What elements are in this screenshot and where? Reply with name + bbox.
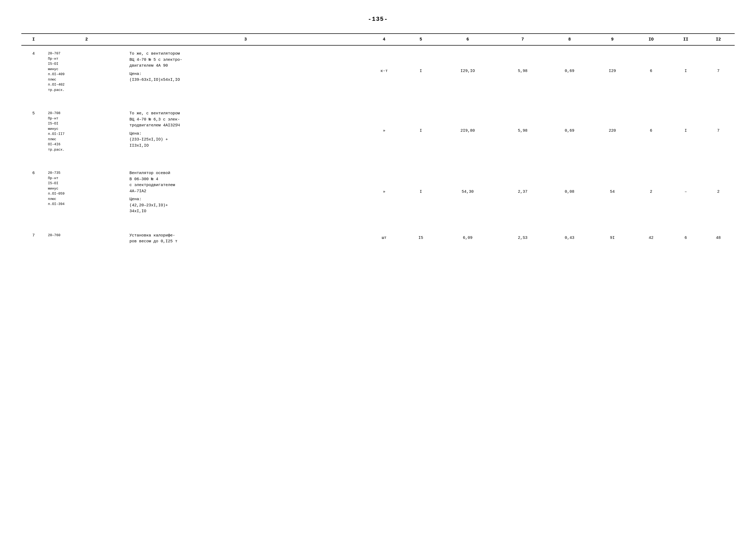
cell-col9: 220 [592, 105, 633, 156]
cell-unit: » [364, 165, 405, 219]
cell-col5: I [405, 165, 437, 219]
cell-col6: 2I9,80 [437, 105, 498, 156]
cell-col10: 2 [633, 165, 670, 219]
cell-col8: 0,69 [547, 105, 592, 156]
cell-col10: 6 [633, 105, 670, 156]
cell-description: Установка калорифе- ров весом до 0,I25 т [127, 227, 364, 249]
col-header-9: 9 [592, 34, 633, 45]
cell-col6: I29,IO [437, 45, 498, 97]
cell-description: То же, с вентилятором ВЦ 4–70 № 6,3 с эл… [127, 105, 364, 156]
col-header-4: 4 [364, 34, 405, 45]
cell-col7: 5,98 [498, 105, 547, 156]
cell-col6: 54,30 [437, 165, 498, 219]
col-header-5: 5 [405, 34, 437, 45]
cell-col7: 2,37 [498, 165, 547, 219]
cell-row-num: 5 [21, 105, 46, 156]
col-header-3: 3 [127, 34, 364, 45]
col-header-7: 7 [498, 34, 547, 45]
cell-code: 20–760 [46, 227, 127, 249]
cell-col9: I29 [592, 45, 633, 97]
col-header-10: IO [633, 34, 670, 45]
cell-col6: 6,09 [437, 227, 498, 249]
cell-col5: I [405, 45, 437, 97]
cell-col8: 0,08 [547, 165, 592, 219]
cell-col5: I [405, 105, 437, 156]
table-row: 720–760Установка калорифе- ров весом до … [21, 227, 735, 249]
col-header-2: 2 [46, 34, 127, 45]
cell-col11: I [669, 45, 702, 97]
cell-col11: I [669, 105, 702, 156]
table-row: 620–735 Пр-нт I5–OI минус п.OI–059 плюс … [21, 165, 735, 219]
table-row: 520–708 Пр-нт I5–OI минус п.OI–II7 плюс … [21, 105, 735, 156]
cell-col12: 7 [702, 105, 735, 156]
cell-col12: 2 [702, 165, 735, 219]
cell-row-num: 6 [21, 165, 46, 219]
spacer-row [21, 97, 735, 105]
cell-code: 20–735 Пр-нт I5–OI минус п.OI–059 плюс п… [46, 165, 127, 219]
cell-col7: 5,98 [498, 45, 547, 97]
cell-unit: шт [364, 227, 405, 249]
col-header-12: I2 [702, 34, 735, 45]
table-header-row: I 2 3 4 5 6 7 8 9 IO II I2 [21, 34, 735, 45]
cell-row-num: 7 [21, 227, 46, 249]
cell-col12: 7 [702, 45, 735, 97]
cell-col11: – [669, 165, 702, 219]
table-row: 420–707 Пр-нт I5–OI минус п.OI–409 плюс … [21, 45, 735, 97]
cell-description: Вентилятор осевой В 06–300 № 4 с электро… [127, 165, 364, 219]
cell-col9: 9I [592, 227, 633, 249]
cell-unit: к-т [364, 45, 405, 97]
col-header-11: II [669, 34, 702, 45]
cell-code: 20–708 Пр-нт I5–OI минус п.OI–II7 плюс O… [46, 105, 127, 156]
col-header-8: 8 [547, 34, 592, 45]
cell-col7: 2,S3 [498, 227, 547, 249]
col-header-6: 6 [437, 34, 498, 45]
spacer-row [21, 219, 735, 227]
cell-row-num: 4 [21, 45, 46, 97]
cell-description: То же, с вентилятором ВЦ 4–70 № 5 с элек… [127, 45, 364, 97]
cell-unit: » [364, 105, 405, 156]
cell-col10: 42 [633, 227, 670, 249]
cell-col5: I5 [405, 227, 437, 249]
cell-col10: 6 [633, 45, 670, 97]
spacer-row [21, 156, 735, 165]
page-title: -135- [21, 16, 735, 23]
cell-col11: 6 [669, 227, 702, 249]
cell-col12: 48 [702, 227, 735, 249]
main-table: I 2 3 4 5 6 7 8 9 IO II I2 420–707 Пр-нт… [21, 33, 735, 249]
col-header-1: I [21, 34, 46, 45]
cell-col9: 54 [592, 165, 633, 219]
cell-col8: 0,69 [547, 45, 592, 97]
cell-code: 20–707 Пр-нт I5–OI минус п.OI–409 плюс п… [46, 45, 127, 97]
cell-col8: 0,43 [547, 227, 592, 249]
